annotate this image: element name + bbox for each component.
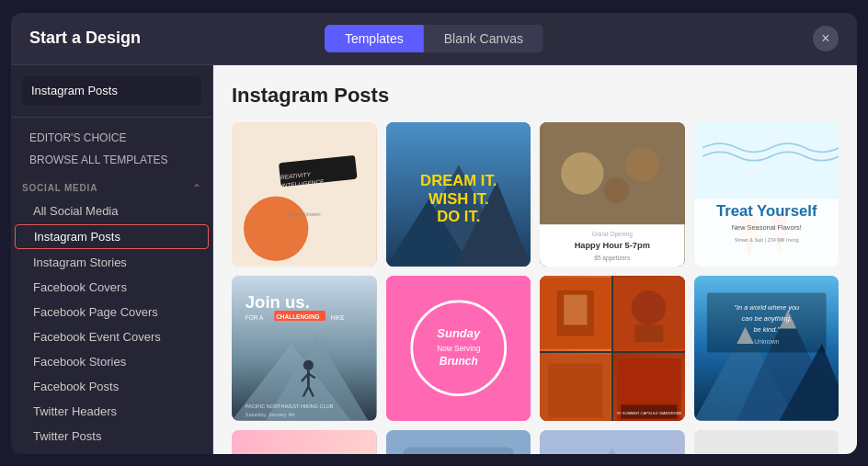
svg-text:"In a world where you: "In a world where you: [734, 303, 799, 312]
svg-text:Saturday, January 4th: Saturday, January 4th: [246, 412, 295, 417]
svg-text:Happy Hour 5-7pm: Happy Hour 5-7pm: [575, 241, 650, 250]
svg-text:be kind.": be kind.": [753, 325, 780, 334]
search-area: × 🔍: [11, 65, 212, 118]
template-card-svg: "CREATIVITY IS INTELLIGENCE HAVING FUN" …: [232, 122, 377, 267]
svg-marker-62: [548, 363, 602, 417]
main-content-title: Instagram Posts: [232, 84, 839, 108]
template-card-svg: Grand Opening Happy Hour 5-7pm $5 appeti…: [540, 122, 685, 267]
template-card-svg: Join us. FOR A CHALLENGING HIKE PACIFIC …: [232, 276, 377, 421]
cell-svg: [540, 276, 611, 351]
template-card-svg: Sunday Now Serving Brunch: [386, 276, 531, 421]
template-card-svg: "In a world where you can be anything, b…: [694, 276, 839, 421]
svg-text:PACIFIC NORTHWEST HIKING CLUB: PACIFIC NORTHWEST HIKING CLUB: [246, 403, 334, 409]
cell-svg: [613, 276, 685, 351]
sidebar-item-facebook-event-covers[interactable]: Facebook Event Covers: [15, 325, 209, 348]
svg-rect-60: [634, 325, 663, 343]
svg-rect-57: [564, 295, 587, 325]
sidebar-category-social-media[interactable]: SOCIAL MEDIA ⌃: [11, 175, 212, 199]
svg-point-18: [603, 177, 629, 203]
svg-text:Brunch: Brunch: [439, 355, 477, 368]
template-card-svg: [386, 430, 531, 454]
template-card[interactable]: "In a world where you can be anything, b…: [694, 276, 839, 421]
sidebar-item-youtube-thumbnails[interactable]: YouTube Thumbnails: [15, 449, 209, 454]
sidebar-item-facebook-covers[interactable]: Facebook Covers: [15, 276, 209, 299]
svg-text:DREAM IT.: DREAM IT.: [420, 172, 497, 189]
fashion-grid-cell: [613, 276, 685, 351]
cell-svg: MY SUMMER CAPSULE WARDROBE: [617, 357, 681, 421]
modal-title: Start a Design: [29, 28, 141, 48]
svg-text:Treat Yourself: Treat Yourself: [715, 201, 817, 219]
tab-group: Templates Blank Canvas: [325, 25, 543, 52]
svg-rect-80: [403, 447, 513, 453]
fashion-grid-cell: MY SUMMER CAPSULE WARDROBE: [613, 353, 685, 421]
search-input[interactable]: [22, 76, 195, 105]
search-box: × 🔍: [22, 76, 201, 106]
svg-text:Sunday: Sunday: [437, 326, 481, 340]
main-content: Instagram Posts "CREATIVITY IS INTELLIGE…: [213, 65, 857, 454]
template-card-svg: [540, 430, 685, 454]
template-card-svg: GIVEAWAY: [232, 430, 377, 454]
svg-text:New Seasonal Flavors!: New Seasonal Flavors!: [731, 222, 801, 231]
template-card[interactable]: GIVEAWAY: [232, 430, 377, 454]
svg-text:Albert Einstein: Albert Einstein: [288, 210, 321, 216]
start-a-design-modal: Start a Design Templates Blank Canvas × …: [11, 13, 857, 454]
svg-text:MY SUMMER CAPSULE WARDROBE: MY SUMMER CAPSULE WARDROBE: [617, 410, 681, 415]
close-button[interactable]: ×: [813, 26, 839, 51]
svg-rect-84: [694, 430, 839, 454]
template-card[interactable]: [540, 430, 685, 454]
sidebar-item-all-social-media[interactable]: All Social Media: [15, 199, 209, 222]
template-card[interactable]: Sunday Now Serving Brunch: [386, 276, 531, 421]
template-card[interactable]: Treat Yourself New Seasonal Flavors! Str…: [694, 122, 839, 267]
sidebar-category-label: SOCIAL MEDIA: [22, 183, 97, 193]
sidebar-item-facebook-stories[interactable]: Facebook Stories: [15, 350, 209, 373]
sidebar-item-facebook-posts[interactable]: Facebook Posts: [15, 375, 209, 398]
tab-templates[interactable]: Templates: [325, 25, 424, 52]
svg-text:Join us.: Join us.: [246, 292, 310, 312]
cell-svg: [540, 353, 611, 421]
template-card[interactable]: "CREATIVITY IS INTELLIGENCE HAVING FUN" …: [232, 122, 377, 267]
template-card[interactable]: Template: [694, 430, 839, 454]
svg-text:DO IT.: DO IT.: [437, 208, 480, 225]
template-card[interactable]: MY SUMMER CAPSULE WARDROBE: [540, 276, 685, 421]
svg-rect-77: [232, 430, 377, 454]
sidebar-item-twitter-posts[interactable]: Twitter Posts: [15, 425, 209, 448]
template-card[interactable]: DREAM IT. WISH IT. DO IT.: [386, 122, 531, 267]
modal-body: × 🔍 EDITOR'S CHOICE BROWSE ALL TEMPLATES…: [11, 65, 857, 454]
sidebar-item-instagram-stories[interactable]: Instagram Stories: [15, 251, 209, 274]
svg-point-16: [561, 152, 603, 194]
svg-point-59: [631, 290, 665, 324]
template-card[interactable]: [386, 430, 531, 454]
svg-text:Grand Opening: Grand Opening: [592, 231, 634, 238]
sidebar-top-links: EDITOR'S CHOICE BROWSE ALL TEMPLATES: [11, 118, 212, 175]
modal-header: Start a Design Templates Blank Canvas ×: [11, 13, 857, 65]
svg-text:CHALLENGING: CHALLENGING: [276, 313, 319, 320]
template-grid: "CREATIVITY IS INTELLIGENCE HAVING FUN" …: [232, 122, 839, 454]
svg-text:can be anything,: can be anything,: [741, 314, 791, 323]
sidebar: × 🔍 EDITOR'S CHOICE BROWSE ALL TEMPLATES…: [11, 65, 213, 454]
sidebar-link-browse-all[interactable]: BROWSE ALL TEMPLATES: [22, 149, 201, 171]
svg-text:Street & Salt | 234 Mill Irvin: Street & Salt | 234 Mill Irving: [734, 236, 798, 242]
svg-point-37: [303, 360, 314, 370]
svg-text:HIKE: HIKE: [330, 314, 345, 321]
svg-text:$5 appetizers: $5 appetizers: [594, 255, 630, 262]
template-card-svg: Template: [694, 430, 839, 454]
template-card[interactable]: Join us. FOR A CHALLENGING HIKE PACIFIC …: [232, 276, 377, 421]
fashion-grid-cell: [540, 353, 611, 421]
svg-text:WISH IT.: WISH IT.: [428, 189, 488, 207]
tab-blank-canvas[interactable]: Blank Canvas: [424, 25, 543, 52]
svg-text:FOR A: FOR A: [246, 314, 264, 321]
template-card-svg: Treat Yourself New Seasonal Flavors! Str…: [694, 122, 839, 267]
chevron-up-icon: ⌃: [192, 182, 201, 195]
svg-point-1: [244, 196, 308, 260]
svg-text:Now Serving: Now Serving: [437, 344, 481, 353]
svg-point-17: [625, 147, 659, 181]
sidebar-link-editors-choice[interactable]: EDITOR'S CHOICE: [22, 127, 201, 149]
svg-text:Unknown: Unknown: [754, 338, 779, 345]
sidebar-item-twitter-headers[interactable]: Twitter Headers: [15, 400, 209, 423]
fashion-grid-cell: [540, 276, 611, 351]
template-card-svg: DREAM IT. WISH IT. DO IT.: [386, 122, 531, 267]
sidebar-item-instagram-posts[interactable]: Instagram Posts: [15, 224, 209, 249]
sidebar-item-facebook-page-covers[interactable]: Facebook Page Covers: [15, 301, 209, 324]
template-card[interactable]: Grand Opening Happy Hour 5-7pm $5 appeti…: [540, 122, 685, 267]
search-clear-button[interactable]: ×: [195, 84, 201, 98]
